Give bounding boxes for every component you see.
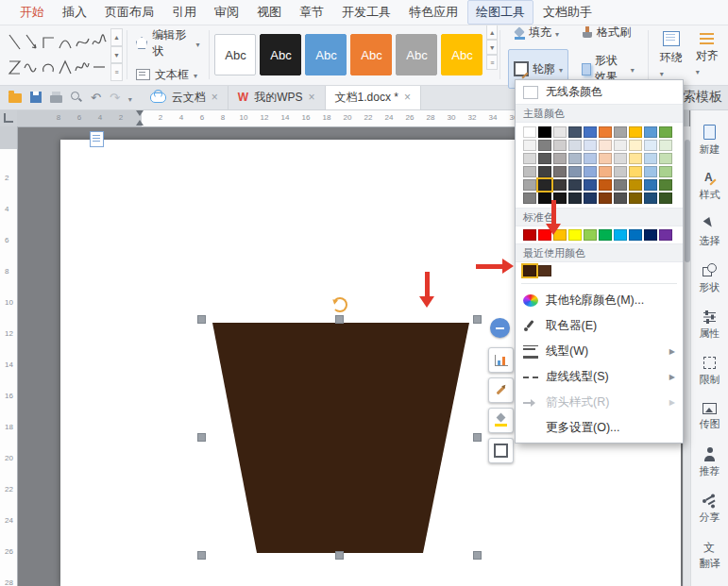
menu-item[interactable]: 线型(W): [516, 339, 683, 364]
color-swatch[interactable]: [523, 179, 536, 191]
shape-style-preset[interactable]: Abc: [260, 34, 301, 75]
text-box-button[interactable]: 文本框: [136, 67, 200, 83]
color-swatch[interactable]: [644, 140, 657, 151]
color-swatch[interactable]: [629, 166, 642, 177]
color-swatch[interactable]: [659, 140, 672, 151]
color-swatch[interactable]: [614, 140, 627, 151]
color-swatch[interactable]: [553, 140, 567, 151]
color-swatch[interactable]: [568, 193, 582, 204]
color-swatch[interactable]: [584, 166, 597, 177]
color-swatch[interactable]: [614, 166, 627, 177]
trapezoid-shape[interactable]: [201, 319, 477, 557]
resize-handle-top-right[interactable]: [473, 315, 482, 324]
color-swatch[interactable]: [644, 166, 657, 177]
resize-handle-middle-right[interactable]: [473, 433, 482, 442]
resize-handle-bottom-center[interactable]: [335, 551, 344, 560]
sidebar-item-recommend[interactable]: 推荐: [700, 447, 720, 494]
color-swatch[interactable]: [599, 153, 612, 164]
color-swatch[interactable]: [568, 140, 582, 151]
color-swatch[interactable]: [523, 126, 536, 138]
sidebar-item-styles[interactable]: 样式: [700, 171, 720, 217]
undo-icon[interactable]: [91, 89, 101, 106]
color-swatch[interactable]: [584, 126, 597, 138]
shape-style-preset[interactable]: Abc: [441, 34, 483, 75]
color-swatch[interactable]: [644, 153, 657, 164]
shape-style-preset[interactable]: Abc: [396, 34, 437, 75]
sidebar-item-restrict[interactable]: 限制: [700, 356, 720, 402]
menu-tab[interactable]: 页面布局: [96, 0, 162, 25]
line-shape-gallery[interactable]: ▲ ▼ ≡: [0, 25, 125, 85]
color-swatch[interactable]: [553, 166, 567, 177]
color-swatch[interactable]: [553, 126, 567, 138]
color-swatch[interactable]: [644, 229, 657, 241]
no-line-color-item[interactable]: 无线条颜色: [516, 80, 683, 104]
sidebar-item-properties[interactable]: 属性: [700, 310, 720, 356]
color-swatch[interactable]: [599, 126, 612, 138]
document-tab[interactable]: 我的WPS: [229, 85, 326, 109]
rotate-handle[interactable]: [332, 297, 347, 312]
color-swatch[interactable]: [659, 126, 672, 138]
menu-tab[interactable]: 文档助手: [534, 0, 601, 25]
color-swatch[interactable]: [523, 229, 536, 241]
color-swatch[interactable]: [614, 179, 627, 191]
menu-tab[interactable]: 开发工具: [333, 0, 399, 25]
shape-style-preset[interactable]: Abc: [214, 34, 256, 75]
gallery-down-icon[interactable]: ▼: [486, 40, 498, 55]
wave-shape-icon[interactable]: [23, 55, 40, 80]
color-swatch[interactable]: [538, 265, 551, 276]
toolbar-dropdown-icon[interactable]: [128, 89, 132, 106]
color-swatch[interactable]: [599, 229, 612, 241]
scribble-shape-icon[interactable]: [91, 29, 108, 55]
color-swatch[interactable]: [629, 229, 642, 241]
color-swatch[interactable]: [523, 140, 536, 151]
menu-tab[interactable]: 章节: [291, 0, 332, 25]
color-swatch[interactable]: [614, 126, 627, 138]
align-button[interactable]: 对齐: [696, 33, 719, 77]
color-swatch[interactable]: [584, 153, 597, 164]
color-swatch[interactable]: [523, 153, 536, 164]
menu-tab[interactable]: 插入: [54, 0, 95, 25]
sidebar-item-select[interactable]: 选择: [700, 217, 720, 263]
color-swatch[interactable]: [659, 153, 672, 164]
color-swatch[interactable]: [599, 193, 612, 204]
color-swatch[interactable]: [614, 193, 627, 204]
menu-item[interactable]: 虚线线型(S): [516, 364, 683, 390]
quick-frame-button[interactable]: [488, 438, 514, 463]
color-swatch[interactable]: [644, 179, 657, 191]
color-swatch[interactable]: [584, 140, 597, 151]
zigzag-shape-icon[interactable]: [6, 55, 23, 80]
close-tab-icon[interactable]: [309, 91, 315, 104]
save-icon[interactable]: [30, 92, 42, 103]
sidebar-item-new-doc[interactable]: 新建: [700, 125, 720, 171]
color-swatch[interactable]: [629, 179, 642, 191]
color-swatch[interactable]: [538, 153, 551, 164]
ruler-vertical[interactable]: 246810121416182022242628: [0, 126, 18, 586]
gallery-down-icon[interactable]: ▼: [110, 46, 123, 64]
color-swatch[interactable]: [538, 126, 551, 138]
elbow-connector-icon[interactable]: [40, 29, 57, 55]
color-swatch[interactable]: [599, 179, 612, 191]
menu-tab[interactable]: 审阅: [206, 0, 247, 25]
document-tab[interactable]: 文档1.docx *: [326, 85, 421, 109]
close-tab-icon[interactable]: [212, 91, 218, 104]
color-swatch[interactable]: [523, 265, 536, 276]
edit-shape-button[interactable]: 编辑形状: [136, 27, 200, 59]
menu-item[interactable]: 更多设置(O)...: [516, 415, 683, 441]
document-tab[interactable]: 云文档: [141, 85, 229, 109]
color-swatch[interactable]: [568, 179, 582, 191]
print-preview-icon[interactable]: [71, 92, 82, 103]
close-tab-icon[interactable]: [404, 91, 411, 104]
color-swatch[interactable]: [629, 153, 642, 164]
color-swatch[interactable]: [553, 179, 567, 191]
color-swatch[interactable]: [538, 193, 551, 204]
color-swatch[interactable]: [599, 166, 612, 177]
color-swatch[interactable]: [538, 166, 551, 177]
line-arrow-shape-icon[interactable]: [23, 29, 40, 55]
resize-handle-top-left[interactable]: [197, 315, 206, 324]
freeform-shape-icon[interactable]: [74, 55, 91, 80]
tab-selector[interactable]: [0, 109, 18, 127]
curve-shape-icon[interactable]: [74, 29, 91, 55]
color-swatch[interactable]: [599, 140, 612, 151]
quick-outline-button[interactable]: [488, 377, 514, 403]
gallery-up-icon[interactable]: ▲: [110, 28, 123, 46]
